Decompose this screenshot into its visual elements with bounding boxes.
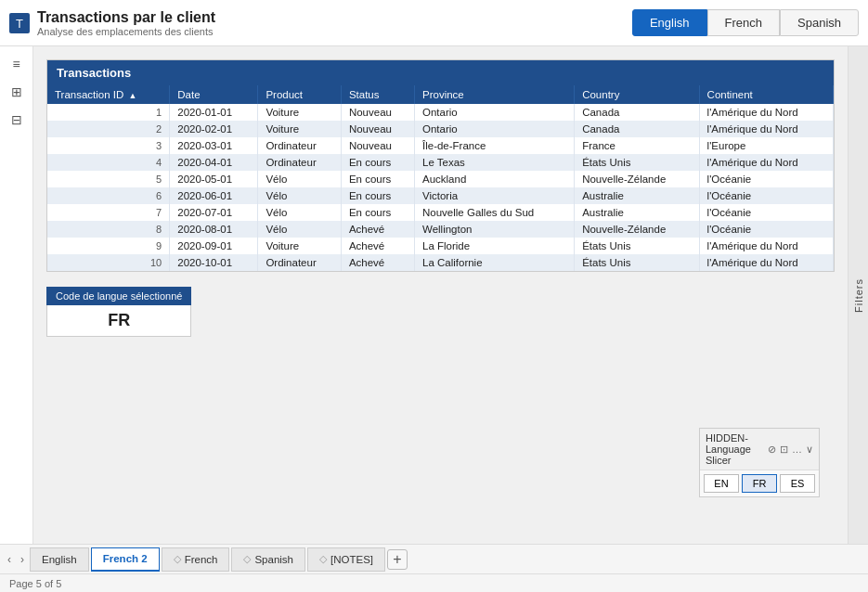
sidebar-menu-icon[interactable]: ≡: [6, 54, 27, 74]
cell-2-0: 3: [47, 137, 170, 154]
slicer-en-button[interactable]: EN: [704, 474, 739, 493]
cell-3-5: États Unis: [575, 154, 699, 171]
table-row: 82020-08-01VéloAchevéWellingtonNouvelle-…: [47, 221, 834, 238]
tab-spanish[interactable]: ◇ Spanish: [231, 547, 305, 572]
cell-7-6: l'Océanie: [699, 221, 833, 238]
lang-code-card: Code de langue sélectionné FR: [46, 287, 191, 337]
cell-8-2: Voiture: [258, 238, 342, 254]
cell-9-3: Achevé: [341, 254, 414, 271]
table-row: 42020-04-01OrdinateurEn coursLe TexasÉta…: [47, 154, 834, 171]
table-row: 92020-09-01VoitureAchevéLa FlorideÉtats …: [47, 238, 834, 254]
tab-next-button[interactable]: ›: [17, 551, 28, 568]
cell-8-6: l'Amérique du Nord: [699, 238, 833, 254]
col-continent: Continent: [699, 85, 833, 104]
cell-4-2: Vélo: [258, 171, 342, 187]
lang-spanish-button[interactable]: Spanish: [780, 9, 859, 36]
cell-6-5: Australie: [575, 204, 699, 221]
cell-4-6: l'Océanie: [699, 171, 833, 187]
table-row: 32020-03-01OrdinateurNouveauÎle-de-Franc…: [47, 137, 834, 154]
cell-5-2: Vélo: [258, 187, 342, 204]
lang-french-button[interactable]: French: [707, 9, 780, 36]
cell-0-6: l'Amérique du Nord: [699, 104, 833, 121]
slicer-header-icons: ⊘ ⊡ … ∨: [768, 444, 813, 456]
main-layout: ≡ ⊞ ⊟ Transactions Transaction ID ▲ Date…: [0, 46, 868, 544]
tab-english[interactable]: English: [30, 547, 89, 572]
transactions-table: Transaction ID ▲ Date Product Status Pro…: [47, 85, 834, 271]
sidebar-pages-icon[interactable]: ⊞: [6, 82, 27, 102]
slicer-expand-icon[interactable]: ⊡: [780, 444, 788, 456]
tab-english-label: English: [42, 554, 77, 565]
table-row: 72020-07-01VéloEn coursNouvelle Galles d…: [47, 204, 834, 221]
cell-5-3: En cours: [341, 187, 414, 204]
cell-3-0: 4: [47, 154, 170, 171]
tab-french-icon: ◇: [174, 553, 181, 565]
cell-5-6: l'Océanie: [699, 187, 833, 204]
tab-spanish-label: Spanish: [254, 554, 293, 565]
cell-4-1: 2020-05-01: [170, 171, 258, 187]
lang-english-button[interactable]: English: [632, 9, 707, 36]
sort-icon: ▲: [129, 91, 137, 100]
tab-prev-button[interactable]: ‹: [4, 551, 15, 568]
slicer-es-button[interactable]: ES: [780, 474, 815, 493]
tab-notes[interactable]: ◇ [NOTES]: [307, 547, 385, 572]
cell-4-5: Nouvelle-Zélande: [575, 171, 699, 187]
cell-1-4: Ontario: [415, 121, 575, 137]
filters-label[interactable]: Filters: [853, 278, 864, 313]
tab-french[interactable]: ◇ French: [162, 547, 230, 572]
language-switcher: English French Spanish: [632, 9, 859, 36]
transactions-table-container: Transactions Transaction ID ▲ Date Produ…: [46, 59, 835, 272]
svg-text:T: T: [16, 17, 23, 31]
cell-0-4: Ontario: [415, 104, 575, 121]
cell-8-3: Achevé: [341, 238, 414, 254]
status-bar: Page 5 of 5: [0, 573, 868, 592]
cell-0-0: 1: [47, 104, 170, 121]
cell-2-3: Nouveau: [341, 137, 414, 154]
cell-1-0: 2: [47, 121, 170, 137]
cell-2-6: l'Europe: [699, 137, 833, 154]
cell-0-1: 2020-01-01: [170, 104, 258, 121]
slicer-filter-icon[interactable]: ⊘: [768, 444, 776, 456]
left-sidebar: ≡ ⊞ ⊟: [0, 46, 33, 544]
cell-9-1: 2020-10-01: [170, 254, 258, 271]
tab-french-label: French: [185, 554, 218, 565]
tab-french2[interactable]: French 2: [91, 547, 160, 572]
cell-1-5: Canada: [575, 121, 699, 137]
cell-5-5: Australie: [575, 187, 699, 204]
cell-6-6: l'Océanie: [699, 204, 833, 221]
cell-1-3: Nouveau: [341, 121, 414, 137]
tab-bar: ‹ › English French 2 ◇ French ◇ Spanish …: [0, 544, 868, 573]
cell-3-4: Le Texas: [415, 154, 575, 171]
add-tab-button[interactable]: +: [387, 549, 408, 570]
cell-9-6: l'Amérique du Nord: [699, 254, 833, 271]
slicer-chevron-icon[interactable]: ∨: [806, 444, 813, 456]
col-date: Date: [170, 85, 258, 104]
table-row: 62020-06-01VéloEn coursVictoriaAustralie…: [47, 187, 834, 204]
col-status: Status: [341, 85, 414, 104]
cell-4-0: 5: [47, 171, 170, 187]
table-row: 102020-10-01OrdinateurAchevéLa Californi…: [47, 254, 834, 271]
cell-0-2: Voiture: [258, 104, 342, 121]
cell-9-5: États Unis: [575, 254, 699, 271]
page-titles: Transactions par le client Analyse des e…: [37, 9, 632, 37]
cell-3-6: l'Amérique du Nord: [699, 154, 833, 171]
slicer-title: HIDDEN-Language Slicer: [706, 432, 768, 466]
cell-2-4: Île-de-France: [415, 137, 575, 154]
cell-2-2: Ordinateur: [258, 137, 342, 154]
cell-7-2: Vélo: [258, 221, 342, 238]
slicer-header: HIDDEN-Language Slicer ⊘ ⊡ … ∨: [700, 429, 819, 470]
cell-7-4: Wellington: [415, 221, 575, 238]
cell-6-1: 2020-07-01: [170, 204, 258, 221]
cell-8-5: États Unis: [575, 238, 699, 254]
cell-9-0: 10: [47, 254, 170, 271]
cell-5-0: 6: [47, 187, 170, 204]
slicer-fr-button[interactable]: FR: [742, 474, 777, 493]
cell-9-4: La Californie: [415, 254, 575, 271]
tab-notes-icon: ◇: [319, 553, 327, 565]
lang-code-label: Code de langue sélectionné: [46, 287, 191, 305]
sidebar-bookmarks-icon[interactable]: ⊟: [6, 109, 27, 130]
right-sidebar[interactable]: Filters: [848, 46, 868, 544]
cell-3-1: 2020-04-01: [170, 154, 258, 171]
top-bar: T Transactions par le client Analyse des…: [0, 0, 868, 46]
slicer-more-icon[interactable]: …: [792, 444, 802, 456]
cell-5-4: Victoria: [415, 187, 575, 204]
